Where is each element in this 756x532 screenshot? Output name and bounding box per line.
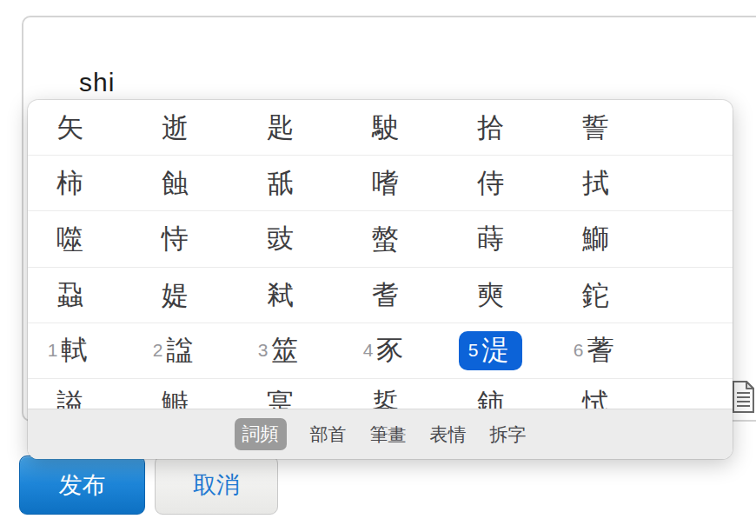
- candidate-char[interactable]: 銴: [333, 389, 438, 409]
- candidate-number: 1: [48, 341, 58, 359]
- publish-button[interactable]: 发布: [19, 456, 145, 515]
- candidate-char[interactable]: 駛: [333, 114, 438, 141]
- candidate-char: 豕: [376, 336, 403, 363]
- candidate-row-clipped: 謚 鰣 寔 銴 鈰 恜: [28, 379, 733, 409]
- candidate-number: 5: [468, 341, 479, 359]
- tab-strokes[interactable]: 筆畫: [370, 422, 407, 447]
- tab-radical[interactable]: 部首: [310, 422, 347, 447]
- candidate-char[interactable]: 鰤: [543, 225, 648, 252]
- candidate-row: 蝨 媞 弒 耆 奭 鉈: [28, 268, 733, 323]
- candidate-number: 4: [363, 341, 374, 359]
- candidate-char[interactable]: 侍: [438, 170, 543, 196]
- candidate-char[interactable]: 嗜: [333, 170, 438, 196]
- candidate-grid: 矢 逝 匙 駛 拾 誓 柿 蝕 舐 嗜 侍 拭 噬 恃 豉 螫 蒔 鰤 蝨 媞 …: [28, 100, 733, 409]
- candidate-char: 筮: [271, 336, 298, 363]
- candidate-char[interactable]: 謚: [28, 389, 123, 409]
- candidate-char[interactable]: 噬: [28, 225, 123, 252]
- candidate-char[interactable]: 柿: [28, 170, 123, 196]
- candidate-char[interactable]: 蝨: [28, 282, 123, 309]
- tab-word-frequency[interactable]: 詞頻: [235, 418, 287, 450]
- candidate-char[interactable]: 蒔: [438, 225, 543, 252]
- candidate-char[interactable]: 舐: [228, 170, 333, 196]
- candidate-char[interactable]: 誓: [543, 114, 648, 141]
- candidate-char: 湜: [481, 336, 508, 363]
- candidate-char[interactable]: 奭: [438, 282, 543, 309]
- candidate-char[interactable]: 拾: [438, 114, 543, 141]
- candidate-selected[interactable]: 5湜: [438, 331, 543, 370]
- candidate-char[interactable]: 匙: [228, 114, 333, 141]
- candidate-row: 矢 逝 匙 駛 拾 誓: [28, 100, 733, 156]
- candidate-numbered[interactable]: 4豕: [333, 331, 438, 370]
- candidate-char[interactable]: 螫: [333, 225, 438, 252]
- candidate-numbered[interactable]: 2諡: [123, 331, 228, 370]
- candidate-char[interactable]: 鰣: [123, 389, 228, 409]
- candidate-char[interactable]: 耆: [333, 282, 438, 309]
- candidate-numbered[interactable]: 1軾: [28, 331, 123, 370]
- candidate-number: 3: [258, 341, 269, 359]
- candidate-char: 軾: [61, 336, 88, 363]
- candidate-char[interactable]: 矢: [28, 114, 123, 141]
- tab-emoji[interactable]: 表情: [430, 422, 467, 447]
- candidate-number: 2: [153, 341, 163, 359]
- candidate-char[interactable]: 鉈: [543, 282, 648, 309]
- candidate-char[interactable]: 鈰: [438, 389, 543, 409]
- candidate-char[interactable]: 蝕: [123, 170, 228, 196]
- candidate-char: 蓍: [587, 336, 613, 363]
- candidate-char[interactable]: 拭: [543, 170, 648, 196]
- tab-split-character[interactable]: 拆字: [490, 422, 527, 447]
- ime-candidate-panel: 矢 逝 匙 駛 拾 誓 柿 蝕 舐 嗜 侍 拭 噬 恃 豉 螫 蒔 鰤 蝨 媞 …: [28, 100, 733, 459]
- candidate-char[interactable]: 弒: [228, 282, 333, 309]
- candidate-char: 諡: [166, 336, 193, 363]
- candidate-char[interactable]: 寔: [228, 389, 333, 409]
- candidate-char[interactable]: 媞: [123, 282, 228, 309]
- candidate-numbered[interactable]: 6蓍: [543, 331, 648, 370]
- cancel-button[interactable]: 取消: [155, 456, 278, 515]
- candidate-numbered[interactable]: 3筮: [228, 331, 333, 370]
- ime-footer: 詞頻 部首 筆畫 表情 拆字: [28, 409, 733, 459]
- candidate-number: 6: [574, 341, 584, 359]
- candidate-row: 噬 恃 豉 螫 蒔 鰤: [28, 211, 733, 267]
- candidate-row-numbered: 1軾 2諡 3筮 4豕 5湜 6蓍: [28, 323, 733, 379]
- candidate-row: 柿 蝕 舐 嗜 侍 拭: [28, 156, 733, 211]
- candidate-char[interactable]: 豉: [228, 225, 333, 252]
- candidate-char[interactable]: 恃: [123, 225, 228, 252]
- document-icon: [732, 380, 755, 414]
- candidate-char[interactable]: 恜: [543, 389, 648, 409]
- ime-composition-text: shi: [79, 68, 116, 103]
- candidate-char[interactable]: 逝: [123, 114, 228, 141]
